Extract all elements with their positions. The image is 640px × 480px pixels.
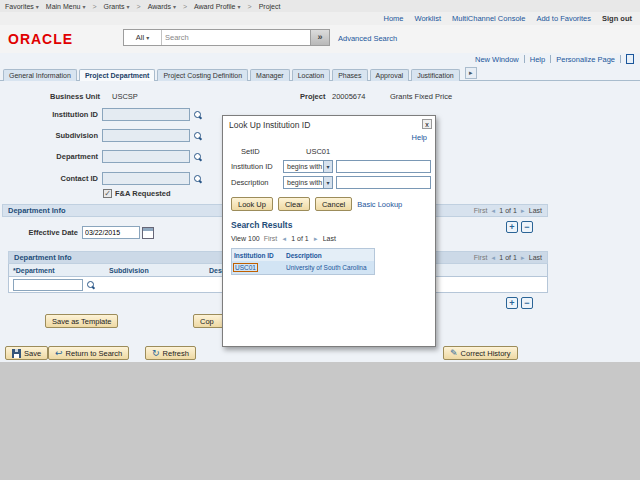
project-label: Project	[300, 92, 325, 101]
grid-delete-row-button[interactable]	[521, 297, 533, 309]
breadcrumb-award-profile[interactable]: Award Profile	[194, 3, 241, 10]
description-search-input[interactable]	[336, 176, 431, 189]
business-unit-value: USCSP	[112, 92, 138, 101]
grid-pagination-page: 1 of 1	[499, 254, 517, 261]
tab-scroll-right-icon[interactable]	[465, 67, 477, 79]
tab-justification[interactable]: Justification	[411, 69, 460, 81]
search-scope-dropdown[interactable]: All	[124, 30, 162, 45]
tab-phases[interactable]: Phases	[332, 69, 367, 81]
institution-id-search-input[interactable]	[336, 160, 431, 173]
result-institution-id-link[interactable]: USC01	[234, 264, 257, 271]
refresh-icon	[152, 349, 160, 358]
grid-prev-page-icon[interactable]	[490, 254, 496, 261]
result-description-link[interactable]: University of South Carolina	[286, 264, 367, 271]
breadcrumb-label: Main Menu	[46, 3, 81, 10]
calendar-icon[interactable]	[142, 227, 154, 239]
refresh-button[interactable]: Refresh	[145, 346, 196, 360]
pagination-last[interactable]: Last	[529, 207, 542, 214]
oracle-logo: ORACLE	[8, 31, 73, 47]
breadcrumb-grants[interactable]: Grants	[104, 3, 130, 10]
tab-project-department[interactable]: Project Department	[79, 69, 156, 81]
save-as-template-button[interactable]: Save as Template	[45, 314, 118, 328]
breadcrumb-label: Awards	[148, 3, 171, 10]
institution-id-operator-select[interactable]: begins with	[283, 160, 333, 173]
grid-pagination-last[interactable]: Last	[529, 254, 542, 261]
breadcrumb-label: Award Profile	[194, 3, 236, 10]
delete-row-button[interactable]	[521, 221, 533, 233]
worklist-link[interactable]: Worklist	[414, 14, 441, 23]
new-window-link[interactable]: New Window	[475, 55, 519, 64]
advanced-search-link[interactable]: Advanced Search	[338, 34, 397, 43]
grid-add-row-button[interactable]	[506, 297, 518, 309]
subdivision-input[interactable]	[102, 129, 190, 142]
grid-next-page-icon[interactable]	[520, 254, 526, 261]
breadcrumb-main-menu[interactable]: Main Menu	[46, 3, 86, 10]
results-next-icon[interactable]	[313, 235, 319, 242]
tab-bar: General Information Project Department P…	[0, 65, 640, 81]
results-first[interactable]: First	[264, 235, 278, 242]
breadcrumb-awards[interactable]: Awards	[148, 3, 176, 10]
basic-lookup-link[interactable]: Basic Lookup	[357, 200, 402, 209]
department-lookup-icon[interactable]	[193, 152, 203, 162]
tab-project-costing-definition[interactable]: Project Costing Definition	[157, 69, 248, 81]
institution-id-lookup-icon[interactable]	[193, 110, 203, 120]
grid-department-input[interactable]	[13, 279, 83, 291]
sign-out-link[interactable]: Sign out	[602, 14, 632, 23]
grid-pagination-first[interactable]: First	[474, 254, 488, 261]
tab-manager[interactable]: Manager	[250, 69, 290, 81]
grid-department-lookup-icon[interactable]	[86, 280, 96, 290]
search-input[interactable]	[162, 30, 310, 45]
subdivision-row: Subdivision	[0, 129, 203, 142]
return-to-search-button[interactable]: Return to Search	[48, 346, 129, 360]
prev-page-icon[interactable]	[490, 207, 496, 214]
contact-id-lookup-icon[interactable]	[193, 174, 203, 184]
search-go-button[interactable]: »	[310, 30, 329, 45]
add-to-favorites-link[interactable]: Add to Favorites	[536, 14, 591, 23]
subdivision-lookup-icon[interactable]	[193, 131, 203, 141]
column-department: *Department	[9, 267, 109, 274]
personalize-page-link[interactable]: Personalize Page	[556, 55, 615, 64]
tab-approval[interactable]: Approval	[370, 69, 410, 81]
grid-pagination: First 1 of 1 Last	[474, 254, 542, 261]
cancel-label: Cancel	[322, 200, 345, 209]
home-link[interactable]: Home	[383, 14, 403, 23]
description-operator-select[interactable]: begins with	[283, 176, 333, 189]
correct-history-button[interactable]: Correct History	[443, 346, 518, 360]
copy-template-label: Cop	[200, 317, 214, 326]
tab-location[interactable]: Location	[292, 69, 330, 81]
save-label: Save	[24, 349, 41, 358]
next-page-icon[interactable]	[520, 207, 526, 214]
department-input[interactable]	[102, 150, 190, 163]
view-100-link[interactable]: View 100	[231, 235, 260, 242]
help-link[interactable]: Help	[530, 55, 545, 64]
look-up-label: Look Up	[238, 200, 266, 209]
tab-general-information[interactable]: General Information	[3, 69, 77, 81]
multichannel-console-link[interactable]: MultiChannel Console	[452, 14, 525, 23]
results-prev-icon[interactable]	[281, 235, 287, 242]
copy-page-icon[interactable]	[626, 54, 634, 64]
clear-button[interactable]: Clear	[278, 197, 310, 211]
cancel-button[interactable]: Cancel	[315, 197, 352, 211]
breadcrumb-project[interactable]: Project	[259, 3, 283, 10]
modal-title: Look Up Institution ID	[229, 120, 310, 130]
institution-id-input[interactable]	[102, 108, 190, 121]
lookup-institution-modal: Look Up Institution ID x Help SetID USC0…	[222, 115, 436, 347]
breadcrumb-label: Project	[259, 3, 281, 10]
pagination-first[interactable]: First	[474, 207, 488, 214]
result-institution-id-cell: USC01	[232, 264, 284, 271]
project-value: 20005674	[332, 92, 365, 101]
modal-help-link[interactable]: Help	[412, 133, 427, 142]
breadcrumb-favorites[interactable]: Favorites	[5, 3, 39, 10]
results-table: Institution ID Description USC01 Univers…	[231, 248, 375, 275]
fa-requested-checkbox[interactable]	[103, 189, 112, 198]
subdivision-label: Subdivision	[0, 131, 102, 140]
add-row-button[interactable]	[506, 221, 518, 233]
look-up-button[interactable]: Look Up	[231, 197, 273, 211]
results-last[interactable]: Last	[323, 235, 336, 242]
contact-id-input[interactable]	[102, 172, 190, 185]
section-pagination: First 1 of 1 Last	[474, 207, 542, 214]
page-links: New Window Help Personalize Page	[0, 53, 640, 65]
save-button[interactable]: Save	[5, 346, 48, 360]
close-icon[interactable]: x	[422, 119, 432, 129]
effective-date-input[interactable]	[82, 226, 140, 239]
